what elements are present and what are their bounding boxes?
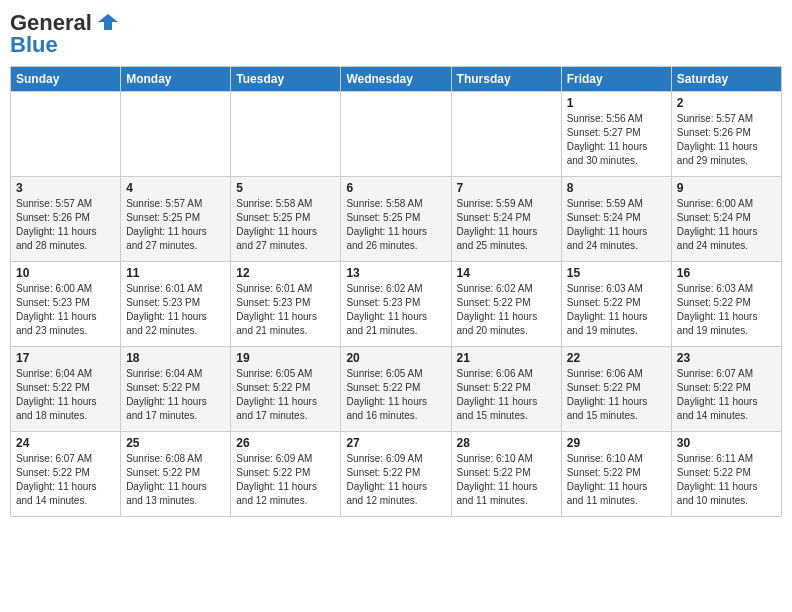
day-number: 16	[677, 266, 776, 280]
calendar-cell: 28Sunrise: 6:10 AM Sunset: 5:22 PM Dayli…	[451, 432, 561, 517]
day-info: Sunrise: 6:06 AM Sunset: 5:22 PM Dayligh…	[567, 367, 666, 423]
day-info: Sunrise: 5:59 AM Sunset: 5:24 PM Dayligh…	[457, 197, 556, 253]
calendar-cell: 9Sunrise: 6:00 AM Sunset: 5:24 PM Daylig…	[671, 177, 781, 262]
day-number: 12	[236, 266, 335, 280]
day-number: 9	[677, 181, 776, 195]
day-number: 21	[457, 351, 556, 365]
weekday-header-sunday: Sunday	[11, 67, 121, 92]
weekday-header-saturday: Saturday	[671, 67, 781, 92]
calendar-header-row: SundayMondayTuesdayWednesdayThursdayFrid…	[11, 67, 782, 92]
weekday-header-wednesday: Wednesday	[341, 67, 451, 92]
calendar-cell	[121, 92, 231, 177]
calendar-cell: 2Sunrise: 5:57 AM Sunset: 5:26 PM Daylig…	[671, 92, 781, 177]
calendar-week-1: 1Sunrise: 5:56 AM Sunset: 5:27 PM Daylig…	[11, 92, 782, 177]
day-info: Sunrise: 6:06 AM Sunset: 5:22 PM Dayligh…	[457, 367, 556, 423]
calendar-cell	[231, 92, 341, 177]
day-info: Sunrise: 5:57 AM Sunset: 5:26 PM Dayligh…	[677, 112, 776, 168]
calendar-cell: 4Sunrise: 5:57 AM Sunset: 5:25 PM Daylig…	[121, 177, 231, 262]
day-number: 27	[346, 436, 445, 450]
weekday-header-tuesday: Tuesday	[231, 67, 341, 92]
day-number: 26	[236, 436, 335, 450]
day-info: Sunrise: 6:01 AM Sunset: 5:23 PM Dayligh…	[126, 282, 225, 338]
day-info: Sunrise: 5:59 AM Sunset: 5:24 PM Dayligh…	[567, 197, 666, 253]
logo: General Blue	[10, 10, 120, 58]
calendar-cell: 26Sunrise: 6:09 AM Sunset: 5:22 PM Dayli…	[231, 432, 341, 517]
day-number: 15	[567, 266, 666, 280]
day-number: 5	[236, 181, 335, 195]
calendar-cell: 6Sunrise: 5:58 AM Sunset: 5:25 PM Daylig…	[341, 177, 451, 262]
page-header: General Blue	[10, 10, 782, 58]
calendar-cell: 18Sunrise: 6:04 AM Sunset: 5:22 PM Dayli…	[121, 347, 231, 432]
calendar-table: SundayMondayTuesdayWednesdayThursdayFrid…	[10, 66, 782, 517]
day-number: 11	[126, 266, 225, 280]
day-number: 6	[346, 181, 445, 195]
calendar-cell: 20Sunrise: 6:05 AM Sunset: 5:22 PM Dayli…	[341, 347, 451, 432]
day-number: 7	[457, 181, 556, 195]
day-info: Sunrise: 5:56 AM Sunset: 5:27 PM Dayligh…	[567, 112, 666, 168]
svg-marker-0	[98, 14, 118, 30]
day-info: Sunrise: 6:09 AM Sunset: 5:22 PM Dayligh…	[346, 452, 445, 508]
day-number: 18	[126, 351, 225, 365]
calendar-cell	[11, 92, 121, 177]
day-number: 13	[346, 266, 445, 280]
day-number: 3	[16, 181, 115, 195]
calendar-week-5: 24Sunrise: 6:07 AM Sunset: 5:22 PM Dayli…	[11, 432, 782, 517]
day-number: 4	[126, 181, 225, 195]
calendar-cell: 21Sunrise: 6:06 AM Sunset: 5:22 PM Dayli…	[451, 347, 561, 432]
day-number: 1	[567, 96, 666, 110]
logo-bird-icon	[96, 12, 120, 34]
calendar-cell: 23Sunrise: 6:07 AM Sunset: 5:22 PM Dayli…	[671, 347, 781, 432]
calendar-body: 1Sunrise: 5:56 AM Sunset: 5:27 PM Daylig…	[11, 92, 782, 517]
calendar-cell: 12Sunrise: 6:01 AM Sunset: 5:23 PM Dayli…	[231, 262, 341, 347]
day-info: Sunrise: 6:08 AM Sunset: 5:22 PM Dayligh…	[126, 452, 225, 508]
day-info: Sunrise: 5:58 AM Sunset: 5:25 PM Dayligh…	[346, 197, 445, 253]
day-info: Sunrise: 6:07 AM Sunset: 5:22 PM Dayligh…	[16, 452, 115, 508]
day-info: Sunrise: 6:05 AM Sunset: 5:22 PM Dayligh…	[346, 367, 445, 423]
day-info: Sunrise: 6:05 AM Sunset: 5:22 PM Dayligh…	[236, 367, 335, 423]
calendar-cell: 10Sunrise: 6:00 AM Sunset: 5:23 PM Dayli…	[11, 262, 121, 347]
day-number: 20	[346, 351, 445, 365]
calendar-cell	[341, 92, 451, 177]
calendar-cell: 14Sunrise: 6:02 AM Sunset: 5:22 PM Dayli…	[451, 262, 561, 347]
day-number: 22	[567, 351, 666, 365]
calendar-cell: 11Sunrise: 6:01 AM Sunset: 5:23 PM Dayli…	[121, 262, 231, 347]
logo-blue: Blue	[10, 32, 58, 58]
calendar-cell: 15Sunrise: 6:03 AM Sunset: 5:22 PM Dayli…	[561, 262, 671, 347]
calendar-cell: 24Sunrise: 6:07 AM Sunset: 5:22 PM Dayli…	[11, 432, 121, 517]
day-info: Sunrise: 6:00 AM Sunset: 5:23 PM Dayligh…	[16, 282, 115, 338]
calendar-cell	[451, 92, 561, 177]
day-info: Sunrise: 6:00 AM Sunset: 5:24 PM Dayligh…	[677, 197, 776, 253]
calendar-cell: 30Sunrise: 6:11 AM Sunset: 5:22 PM Dayli…	[671, 432, 781, 517]
calendar-cell: 19Sunrise: 6:05 AM Sunset: 5:22 PM Dayli…	[231, 347, 341, 432]
calendar-week-3: 10Sunrise: 6:00 AM Sunset: 5:23 PM Dayli…	[11, 262, 782, 347]
day-info: Sunrise: 6:09 AM Sunset: 5:22 PM Dayligh…	[236, 452, 335, 508]
day-info: Sunrise: 6:03 AM Sunset: 5:22 PM Dayligh…	[677, 282, 776, 338]
day-number: 8	[567, 181, 666, 195]
calendar-cell: 29Sunrise: 6:10 AM Sunset: 5:22 PM Dayli…	[561, 432, 671, 517]
day-info: Sunrise: 5:58 AM Sunset: 5:25 PM Dayligh…	[236, 197, 335, 253]
calendar-week-2: 3Sunrise: 5:57 AM Sunset: 5:26 PM Daylig…	[11, 177, 782, 262]
day-info: Sunrise: 5:57 AM Sunset: 5:25 PM Dayligh…	[126, 197, 225, 253]
calendar-cell: 5Sunrise: 5:58 AM Sunset: 5:25 PM Daylig…	[231, 177, 341, 262]
weekday-header-thursday: Thursday	[451, 67, 561, 92]
weekday-header-friday: Friday	[561, 67, 671, 92]
day-info: Sunrise: 6:02 AM Sunset: 5:23 PM Dayligh…	[346, 282, 445, 338]
calendar-cell: 7Sunrise: 5:59 AM Sunset: 5:24 PM Daylig…	[451, 177, 561, 262]
calendar-week-4: 17Sunrise: 6:04 AM Sunset: 5:22 PM Dayli…	[11, 347, 782, 432]
day-info: Sunrise: 5:57 AM Sunset: 5:26 PM Dayligh…	[16, 197, 115, 253]
day-number: 24	[16, 436, 115, 450]
day-info: Sunrise: 6:11 AM Sunset: 5:22 PM Dayligh…	[677, 452, 776, 508]
weekday-header-monday: Monday	[121, 67, 231, 92]
day-number: 19	[236, 351, 335, 365]
day-number: 28	[457, 436, 556, 450]
day-info: Sunrise: 6:02 AM Sunset: 5:22 PM Dayligh…	[457, 282, 556, 338]
calendar-cell: 22Sunrise: 6:06 AM Sunset: 5:22 PM Dayli…	[561, 347, 671, 432]
calendar-cell: 25Sunrise: 6:08 AM Sunset: 5:22 PM Dayli…	[121, 432, 231, 517]
calendar-cell: 27Sunrise: 6:09 AM Sunset: 5:22 PM Dayli…	[341, 432, 451, 517]
day-info: Sunrise: 6:10 AM Sunset: 5:22 PM Dayligh…	[457, 452, 556, 508]
day-number: 14	[457, 266, 556, 280]
calendar-cell: 13Sunrise: 6:02 AM Sunset: 5:23 PM Dayli…	[341, 262, 451, 347]
day-number: 30	[677, 436, 776, 450]
day-info: Sunrise: 6:01 AM Sunset: 5:23 PM Dayligh…	[236, 282, 335, 338]
day-number: 17	[16, 351, 115, 365]
